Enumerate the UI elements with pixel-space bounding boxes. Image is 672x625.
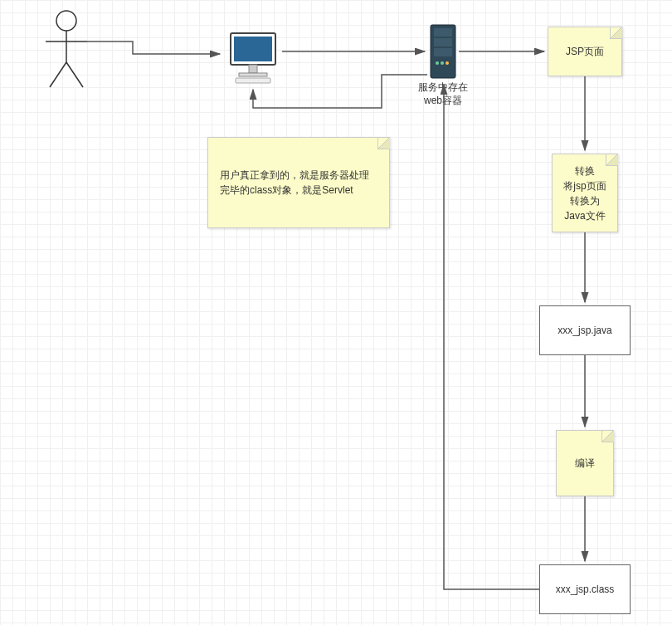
server-caption: 服务中存在 web容器 <box>402 81 485 107</box>
svg-line-3 <box>50 62 66 87</box>
node-class-file-label: xxx_jsp.class <box>556 583 615 595</box>
svg-rect-7 <box>249 65 257 73</box>
svg-rect-12 <box>434 38 452 46</box>
node-class-file: xxx_jsp.class <box>539 564 631 614</box>
convert-line3: 转换为 <box>570 193 600 208</box>
svg-point-0 <box>56 11 76 31</box>
node-jsp-page-label: JSP页面 <box>566 44 604 59</box>
node-java-file: xxx_jsp.java <box>539 305 631 355</box>
node-convert: 转换 将jsp页面 转换为 Java文件 <box>552 154 618 232</box>
convert-line4: Java文件 <box>564 208 605 223</box>
convert-line1: 转换 <box>575 164 595 178</box>
node-compile: 编译 <box>556 430 614 496</box>
arrow-class-to-server <box>444 85 539 589</box>
svg-line-4 <box>66 62 83 87</box>
server-caption-line2: web容器 <box>424 95 462 106</box>
svg-rect-11 <box>434 28 452 37</box>
svg-rect-13 <box>434 48 452 56</box>
svg-rect-9 <box>236 78 270 83</box>
note-explanation: 用户真正拿到的，就是服务器处理完毕的class对象，就是Servlet <box>207 137 390 228</box>
client-computer-icon <box>224 29 282 87</box>
node-compile-label: 编译 <box>575 456 595 471</box>
note-explanation-text: 用户真正拿到的，就是服务器处理完毕的class对象，就是Servlet <box>215 168 382 198</box>
svg-point-16 <box>446 61 449 65</box>
arrow-actor-to-computer <box>87 42 220 54</box>
server-icon <box>427 23 459 81</box>
svg-rect-8 <box>239 73 267 76</box>
svg-rect-6 <box>234 37 272 61</box>
actor-user <box>41 8 91 91</box>
svg-point-14 <box>436 61 439 65</box>
node-jsp-page: JSP页面 <box>548 27 622 76</box>
server-caption-line1: 服务中存在 <box>418 81 468 93</box>
node-java-file-label: xxx_jsp.java <box>558 325 611 336</box>
convert-line2: 将jsp页面 <box>563 178 606 193</box>
svg-point-15 <box>441 61 444 65</box>
